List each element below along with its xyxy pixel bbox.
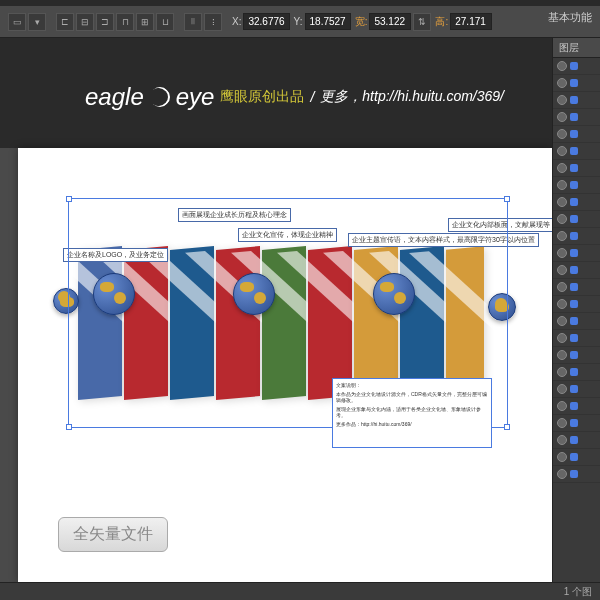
layer-swatch-icon	[570, 351, 578, 359]
layer-row[interactable]	[553, 160, 600, 177]
layers-tab[interactable]: 图层	[553, 38, 600, 58]
canvas[interactable]: eagle eye 鹰眼原创出品 / 更多，http://hi.huitu.co…	[0, 38, 552, 582]
visibility-icon[interactable]	[557, 146, 567, 156]
layer-row[interactable]	[553, 330, 600, 347]
visibility-icon[interactable]	[557, 129, 567, 139]
layer-row[interactable]	[553, 92, 600, 109]
control-toolbar: ▭ ▾ ⊏ ⊟ ⊐ ⊓ ⊞ ⊔ ⫴ ⫶ X: 32.6776 Y: 18.752…	[0, 6, 600, 38]
distribute-v-icon[interactable]: ⫶	[204, 13, 222, 31]
visibility-icon[interactable]	[557, 197, 567, 207]
layer-row[interactable]	[553, 415, 600, 432]
layer-swatch-icon	[570, 385, 578, 393]
h-label: 高:	[435, 15, 448, 29]
layer-swatch-icon	[570, 113, 578, 121]
visibility-icon[interactable]	[557, 333, 567, 343]
visibility-icon[interactable]	[557, 350, 567, 360]
visibility-icon[interactable]	[557, 367, 567, 377]
x-label: X:	[232, 16, 241, 27]
layer-swatch-icon	[570, 181, 578, 189]
visibility-icon[interactable]	[557, 452, 567, 462]
layer-row[interactable]	[553, 177, 600, 194]
layer-row[interactable]	[553, 398, 600, 415]
layer-row[interactable]	[553, 466, 600, 483]
logo-sep: /	[310, 89, 314, 105]
visibility-icon[interactable]	[557, 112, 567, 122]
visibility-icon[interactable]	[557, 214, 567, 224]
logo: eagle eye 鹰眼原创出品 / 更多，http://hi.huitu.co…	[85, 83, 504, 111]
visibility-icon[interactable]	[557, 248, 567, 258]
layer-swatch-icon	[570, 147, 578, 155]
layer-swatch-icon	[570, 334, 578, 342]
layer-row[interactable]	[553, 449, 600, 466]
visibility-icon[interactable]	[557, 180, 567, 190]
layer-row[interactable]	[553, 194, 600, 211]
layer-row[interactable]	[553, 364, 600, 381]
resize-handle[interactable]	[66, 196, 72, 202]
layer-swatch-icon	[570, 130, 578, 138]
status-bar: 1 个图	[0, 582, 600, 600]
layer-row[interactable]	[553, 381, 600, 398]
visibility-icon[interactable]	[557, 384, 567, 394]
y-input[interactable]: 18.7527	[305, 13, 351, 30]
resize-handle[interactable]	[504, 196, 510, 202]
visibility-icon[interactable]	[557, 469, 567, 479]
layer-row[interactable]	[553, 228, 600, 245]
layer-row[interactable]	[553, 296, 600, 313]
layer-row[interactable]	[553, 313, 600, 330]
visibility-icon[interactable]	[557, 95, 567, 105]
h-input[interactable]: 27.171	[450, 13, 492, 30]
layer-row[interactable]	[553, 109, 600, 126]
layer-row[interactable]	[553, 143, 600, 160]
logo-url: 更多，http://hi.huitu.com/369/	[320, 88, 504, 106]
workspace-label[interactable]: 基本功能	[548, 10, 592, 25]
layer-row[interactable]	[553, 347, 600, 364]
distribute-h-icon[interactable]: ⫴	[184, 13, 202, 31]
x-input[interactable]: 32.6776	[243, 13, 289, 30]
layer-row[interactable]	[553, 279, 600, 296]
resize-handle[interactable]	[504, 424, 510, 430]
layer-row[interactable]	[553, 262, 600, 279]
align-top-icon[interactable]: ⊓	[116, 13, 134, 31]
align-right-icon[interactable]: ⊐	[96, 13, 114, 31]
visibility-icon[interactable]	[557, 299, 567, 309]
layer-swatch-icon	[570, 300, 578, 308]
layer-row[interactable]	[553, 211, 600, 228]
visibility-icon[interactable]	[557, 265, 567, 275]
layer-swatch-icon	[570, 453, 578, 461]
visibility-icon[interactable]	[557, 61, 567, 71]
text-line: 文案说明：	[336, 382, 488, 389]
visibility-icon[interactable]	[557, 316, 567, 326]
layer-swatch-icon	[570, 198, 578, 206]
link-icon[interactable]: ⇅	[413, 13, 431, 31]
visibility-icon[interactable]	[557, 418, 567, 428]
layer-swatch-icon	[570, 266, 578, 274]
resize-handle[interactable]	[66, 424, 72, 430]
description-textbox[interactable]: 文案说明： 本作品为企业文化墙设计源文件，CDR格式矢量文件，完整分层可编辑修改…	[332, 378, 492, 448]
layer-swatch-icon	[570, 368, 578, 376]
visibility-icon[interactable]	[557, 163, 567, 173]
layer-row[interactable]	[553, 75, 600, 92]
align-bottom-icon[interactable]: ⊔	[156, 13, 174, 31]
align-left-icon[interactable]: ⊏	[56, 13, 74, 31]
logo-subtitle: 鹰眼原创出品	[220, 88, 304, 106]
layer-row[interactable]	[553, 126, 600, 143]
visibility-icon[interactable]	[557, 435, 567, 445]
layer-row[interactable]	[553, 58, 600, 75]
layer-row[interactable]	[553, 432, 600, 449]
wall-diagram[interactable]: 画面展现企业成长历程及核心理念 企业文化宣传，体现企业精神 企业主题宣传语，文本…	[38, 218, 532, 438]
align-middle-icon[interactable]: ⊞	[136, 13, 154, 31]
visibility-icon[interactable]	[557, 401, 567, 411]
layer-swatch-icon	[570, 419, 578, 427]
y-label: Y:	[294, 16, 303, 27]
visibility-icon[interactable]	[557, 282, 567, 292]
select-tool-icon[interactable]: ▭	[8, 13, 26, 31]
artboard[interactable]: 画面展现企业成长历程及核心理念 企业文化宣传，体现企业精神 企业主题宣传语，文本…	[18, 148, 552, 582]
layers-panel[interactable]: 图层	[552, 38, 600, 582]
visibility-icon[interactable]	[557, 231, 567, 241]
w-input[interactable]: 53.122	[369, 13, 411, 30]
visibility-icon[interactable]	[557, 78, 567, 88]
layer-row[interactable]	[553, 245, 600, 262]
align-center-icon[interactable]: ⊟	[76, 13, 94, 31]
layer-swatch-icon	[570, 96, 578, 104]
dropdown-icon[interactable]: ▾	[28, 13, 46, 31]
